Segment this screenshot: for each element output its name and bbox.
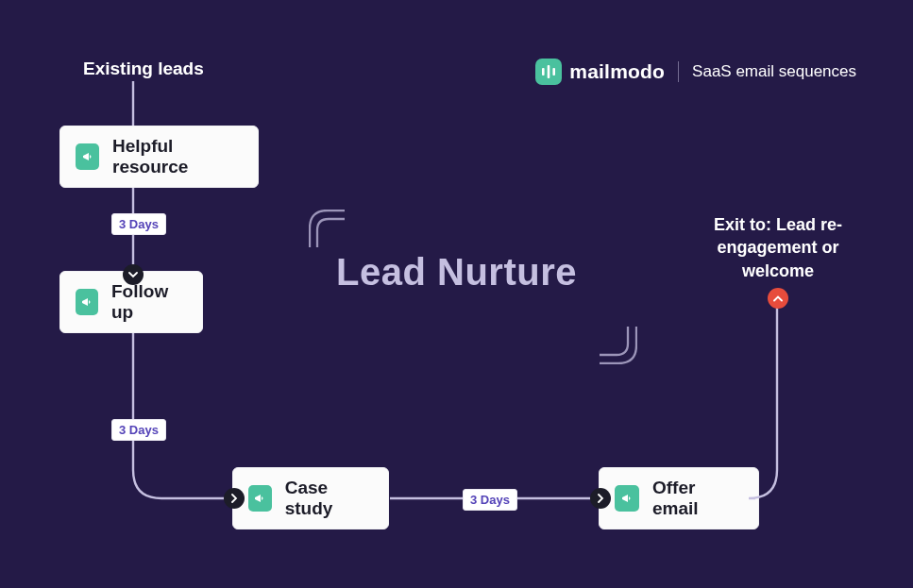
delay-chip-2: 3 Days: [111, 419, 166, 441]
delay-chip-3: 3 Days: [463, 489, 517, 511]
chevron-right-icon: [590, 488, 611, 509]
chevron-up-icon: [768, 288, 788, 309]
chevron-right-icon: [224, 488, 245, 509]
chevron-down-icon: [123, 264, 144, 285]
delay-chip-1: 3 Days: [111, 213, 166, 235]
